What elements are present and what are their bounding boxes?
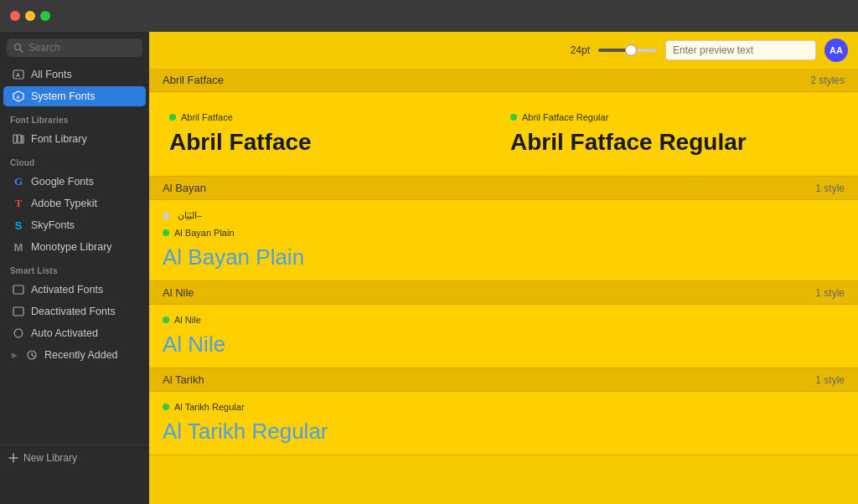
search-input[interactable] <box>28 42 136 54</box>
google-icon: G <box>12 175 25 188</box>
al-nile-name: Al Nile <box>174 315 201 325</box>
font-libraries-section: Font Libraries <box>0 107 149 128</box>
abril-fatface-regular-label-row: Abril Fatface Regular <box>510 112 838 122</box>
google-fonts-label: Google Fonts <box>31 176 94 188</box>
abril-fatface-preview: Abril Fatface <box>169 129 497 156</box>
font-group-header-abril[interactable]: Abril Fatface 2 styles <box>149 69 858 92</box>
svg-rect-6 <box>13 135 17 143</box>
abril-fatface-label-row: Abril Fatface <box>169 112 497 122</box>
monotype-icon: M <box>12 240 25 254</box>
slider-thumb[interactable] <box>625 44 637 56</box>
library-icon <box>12 132 25 146</box>
sidebar-item-google-fonts[interactable]: G Google Fonts <box>3 172 146 192</box>
deactivated-fonts-label: Deactivated Fonts <box>31 306 116 317</box>
titlebar <box>0 0 858 32</box>
search-bar[interactable] <box>7 39 142 57</box>
svg-rect-9 <box>13 285 23 294</box>
font-group-header-alnile[interactable]: Al Nile 1 style <box>149 281 858 305</box>
activated-fonts-label: Activated Fonts <box>31 284 103 296</box>
al-bayan-plain-name: Al Bayan Plain <box>174 228 235 238</box>
skyfonts-label: SkyFonts <box>31 219 75 231</box>
al-tarikh-entry[interactable]: Al Tarikh Regular Al Tarikh Regular <box>149 392 858 455</box>
chevron-right-icon: ▶ <box>12 351 18 359</box>
font-library-label: Font Library <box>31 133 87 145</box>
font-group-header-altarikh[interactable]: Al Tarikh 1 style <box>149 368 858 392</box>
font-group-styles-altarikh: 1 style <box>815 374 845 386</box>
al-tarikh-label-row: Al Tarikh Regular <box>163 402 845 412</box>
font-size-label: 24pt <box>571 44 590 56</box>
svg-rect-7 <box>18 135 21 143</box>
svg-text:A: A <box>17 95 20 100</box>
cloud-section: Cloud <box>0 150 149 171</box>
sidebar-item-activated-fonts[interactable]: Activated Fonts <box>3 280 146 300</box>
content-topbar: 24pt AA <box>149 32 858 69</box>
al-tarikh-regular-name: Al Tarikh Regular <box>174 402 245 412</box>
al-bayan-entry[interactable]: البَيَان– Al Bayan Plain Al Bayan Plain <box>149 200 858 281</box>
aa-label: AA <box>830 45 843 55</box>
font-size-slider[interactable] <box>598 49 657 52</box>
al-tarikh-regular-preview: Al Tarikh Regular <box>163 419 845 445</box>
sidebar: A All Fonts A System Fonts Font Librarie… <box>0 32 149 504</box>
al-bayan-plain-preview: Al Bayan Plain <box>163 244 845 270</box>
font-group-name-alnile: Al Nile <box>163 286 194 299</box>
new-library-button[interactable]: New Library <box>8 452 141 464</box>
svg-line-1 <box>20 49 23 52</box>
preview-text-input[interactable] <box>665 40 816 60</box>
all-fonts-label: All Fonts <box>31 69 72 80</box>
aa-badge[interactable]: AA <box>824 39 848 62</box>
sidebar-item-font-library[interactable]: Font Library <box>3 129 146 149</box>
system-fonts-label: System Fonts <box>31 90 95 102</box>
svg-line-13 <box>32 355 34 357</box>
abril-fatface-regular-cell-name: Abril Fatface Regular <box>522 112 608 122</box>
font-group-header-albayan[interactable]: Al Bayan 1 style <box>149 177 858 200</box>
al-bayan-arabic-label: البَيَان– <box>178 210 202 221</box>
maximize-button[interactable] <box>40 11 50 21</box>
app-body: A All Fonts A System Fonts Font Librarie… <box>0 32 858 504</box>
al-bayan-label-row: البَيَان– <box>163 210 845 221</box>
recently-added-label: Recently Added <box>44 349 118 361</box>
sidebar-item-recently-added[interactable]: ▶ Recently Added <box>3 345 146 365</box>
close-button[interactable] <box>10 11 20 21</box>
abril-fatface-grid: Abril Fatface Abril Fatface Abril Fatfac… <box>149 92 858 177</box>
active-indicator <box>169 114 176 121</box>
sidebar-item-auto-activated[interactable]: Auto Activated <box>3 323 146 343</box>
new-library-label: New Library <box>23 452 77 464</box>
slider-track <box>598 49 657 52</box>
sidebar-item-adobe-typekit[interactable]: T Adobe Typekit <box>3 193 146 213</box>
adobe-typekit-label: Adobe Typekit <box>31 198 97 209</box>
activated-icon <box>12 283 25 296</box>
abril-fatface-cell[interactable]: Abril Fatface Abril Fatface <box>163 105 504 162</box>
font-icon: A <box>12 68 25 81</box>
al-nile-preview: Al Nile <box>163 332 845 357</box>
search-icon <box>13 43 23 53</box>
main-content: 24pt AA Abril Fatface 2 styles <box>149 32 858 504</box>
active-indicator <box>163 404 169 410</box>
svg-rect-8 <box>22 136 23 143</box>
al-bayan-plain-label-row: Al Bayan Plain <box>163 228 845 238</box>
abril-fatface-regular-cell[interactable]: Abril Fatface Regular Abril Fatface Regu… <box>504 105 845 162</box>
auto-icon <box>12 327 25 340</box>
font-group-styles-albayan: 1 style <box>815 183 845 194</box>
active-indicator <box>510 114 517 121</box>
font-group-name-altarikh: Al Tarikh <box>163 373 204 386</box>
font-group-styles-abril: 2 styles <box>810 75 845 86</box>
system-icon: A <box>12 90 25 103</box>
font-group-styles-alnile: 1 style <box>815 287 845 299</box>
plus-icon <box>8 453 18 463</box>
svg-text:A: A <box>16 72 20 78</box>
recent-icon <box>25 348 39 362</box>
abril-fatface-cell-name: Abril Fatface <box>181 112 233 122</box>
al-nile-entry[interactable]: Al Nile Al Nile <box>149 305 858 368</box>
font-list: Abril Fatface 2 styles Abril Fatface Abr… <box>149 69 858 504</box>
sidebar-item-all-fonts[interactable]: A All Fonts <box>3 64 146 85</box>
sidebar-item-monotype[interactable]: M Monotype Library <box>3 237 146 257</box>
sky-icon: S <box>12 219 25 232</box>
sidebar-item-skyfonts[interactable]: S SkyFonts <box>3 215 146 235</box>
abril-fatface-regular-preview: Abril Fatface Regular <box>510 129 838 156</box>
active-indicator <box>163 229 169 236</box>
sidebar-item-system-fonts[interactable]: A System Fonts <box>3 86 146 106</box>
minimize-button[interactable] <box>25 11 35 21</box>
sidebar-item-deactivated-fonts[interactable]: Deactivated Fonts <box>3 301 146 321</box>
smart-lists-section: Smart Lists <box>0 258 149 279</box>
traffic-lights <box>10 11 50 21</box>
